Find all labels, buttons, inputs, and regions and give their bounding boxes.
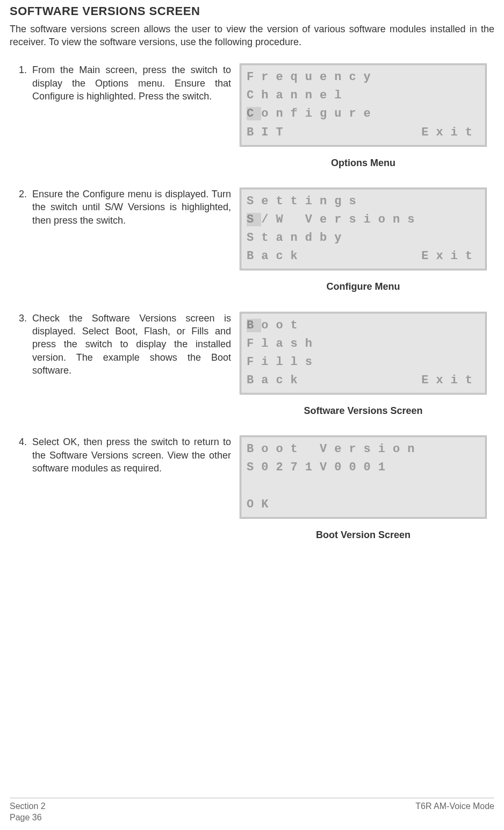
lcd-left-text: Flash [247, 335, 320, 353]
lcd-left-text: Back [247, 371, 305, 390]
steps-list: 1.From the Main screen, press the switch… [10, 63, 494, 541]
step-row: 2.Ensure the Configure menu is displayed… [10, 188, 494, 270]
lcd-row: Fills [247, 353, 480, 371]
lcd-left-text: Channel [247, 87, 349, 105]
lcd-right-text: Exit [421, 371, 480, 390]
lcd-row: S0271V0001 [247, 459, 480, 477]
lcd-left-text: Fills [247, 353, 320, 371]
lcd-highlight-char: B [247, 319, 261, 332]
lcd-left-text: BIT [247, 124, 291, 142]
step-number: 4. [10, 435, 32, 448]
lcd-left-text: Boot Version [247, 440, 422, 459]
step-row: 4.Select OK, then press the switch to re… [10, 435, 494, 518]
lcd-left-text: Configure [247, 105, 378, 123]
step-text: Select OK, then press the switch to retu… [32, 435, 240, 475]
lcd-left-text: Standby [247, 229, 349, 247]
footer-mode: T6R AM-Voice Mode [415, 800, 494, 824]
step-text: Check the Software Versions screen is di… [32, 312, 240, 377]
lcd-display: Boot VersionS0271V0001 OK [240, 435, 487, 518]
step-number: 2. [10, 188, 32, 201]
lcd-row: S/W Versions [247, 211, 480, 229]
page-title: SOFTWARE VERSIONS SCREEN [10, 3, 494, 19]
lcd-wrap: FrequencyChannelConfigureBITExit [240, 63, 494, 146]
lcd-wrap: Boot VersionS0271V0001 OK [240, 435, 494, 518]
lcd-left-text: Frequency [247, 68, 378, 87]
lcd-left-text: S/W Versions [247, 211, 422, 229]
step-text: From the Main screen, press the switch t… [32, 63, 240, 103]
lcd-caption: Software Versions Screen [240, 404, 487, 417]
lcd-row: Boot [247, 317, 480, 335]
lcd-display: FrequencyChannelConfigureBITExit [240, 63, 487, 146]
lcd-wrap: BootFlashFillsBackExit [240, 312, 494, 395]
lcd-display: BootFlashFillsBackExit [240, 312, 487, 395]
lcd-right-text: Exit [421, 247, 480, 266]
step-row: 1.From the Main screen, press the switch… [10, 63, 494, 146]
lcd-caption: Configure Menu [240, 280, 487, 293]
step-row: 3.Check the Software Versions screen is … [10, 312, 494, 395]
step-number: 1. [10, 63, 32, 76]
footer-section: Section 2 [10, 800, 46, 812]
lcd-row: OK [247, 496, 480, 514]
lcd-display: SettingsS/W VersionsStandbyBackExit [240, 188, 487, 270]
lcd-left-text: S0271V0001 [247, 459, 393, 477]
lcd-left-text: Settings [247, 192, 364, 211]
lcd-row: Settings [247, 192, 480, 211]
lcd-row: BackExit [247, 247, 480, 266]
lcd-row: Configure [247, 105, 480, 123]
lcd-row: Boot Version [247, 440, 480, 459]
step-text: Ensure the Configure menu is displayed. … [32, 188, 240, 227]
lcd-caption: Options Menu [240, 156, 487, 169]
lcd-row: Standby [247, 229, 480, 247]
lcd-left-text: OK [247, 496, 276, 514]
page-footer: Section 2 Page 36 T6R AM-Voice Mode [10, 798, 494, 824]
lcd-caption: Boot Version Screen [240, 528, 487, 541]
lcd-wrap: SettingsS/W VersionsStandbyBackExit [240, 188, 494, 270]
footer-page: Page 36 [10, 812, 46, 824]
lcd-row: Channel [247, 87, 480, 105]
lcd-highlight-char: C [247, 107, 261, 120]
lcd-row: Frequency [247, 68, 480, 87]
step-number: 3. [10, 312, 32, 325]
lcd-right-text: Exit [421, 124, 480, 142]
lcd-left-text: Back [247, 247, 305, 266]
page: SOFTWARE VERSIONS SCREEN The software ve… [0, 0, 504, 830]
lcd-row: BITExit [247, 124, 480, 142]
lcd-row [247, 477, 480, 495]
lcd-left-text: Boot [247, 317, 305, 335]
lcd-highlight-char: S [247, 213, 261, 226]
intro-text: The software versions screen allows the … [10, 23, 494, 49]
lcd-row: BackExit [247, 371, 480, 390]
lcd-left-text [247, 477, 261, 495]
lcd-row: Flash [247, 335, 480, 353]
